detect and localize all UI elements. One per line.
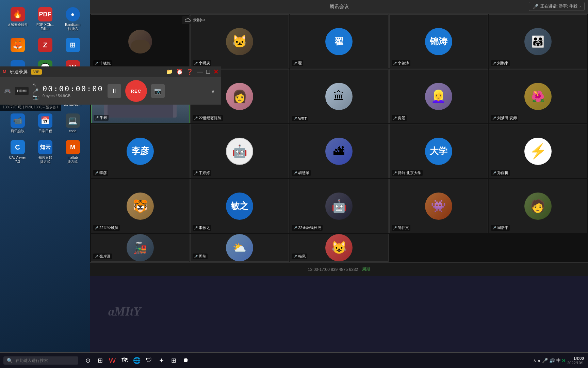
taskbar-icon-circle[interactable]: ⊙ (82, 354, 94, 367)
participant-name-p17: 🎤 李敏之 (193, 225, 211, 231)
taskbar-matlab-icon[interactable]: ✦ (155, 354, 167, 367)
participant-name-p19: 🎤 邹仲文 (392, 225, 410, 231)
icon-label-bandicam: Bandicam-快捷方 (65, 23, 80, 31)
taskbar-grid-icon[interactable]: ⊞ (167, 354, 180, 367)
meeting-titlebar: 腾讯会议 🎤 正在讲话: 游宇; 牛毅 › (90, 0, 588, 14)
search-input[interactable] (15, 358, 70, 363)
taskbar-search-area[interactable]: 🔍 (3, 356, 78, 365)
cloud-icon (185, 18, 191, 23)
participant-cell-p4: 锦涛 🎤 李锦涛 (389, 14, 488, 68)
tray-mic-icon[interactable]: 🎤 (542, 358, 548, 363)
participant-name-p8: 🎤 WRT (292, 116, 308, 121)
cursor-icon[interactable]: ↖ (33, 82, 38, 88)
screenshot-button[interactable]: 📷 (151, 84, 165, 98)
desktop-icon-zotero[interactable]: Z (33, 36, 58, 56)
participant-cell-p21: 🚂 🎤 张岸洲 (91, 234, 190, 262)
desktop-icon-matlab[interactable]: M matlab捷方式 (60, 138, 85, 166)
participant-name-p18: 🎤 22金融钱长照 (292, 225, 322, 231)
participant-cell-p1: 🎤 十晓伦 (91, 14, 190, 68)
hdmi-label: HDMI (17, 89, 27, 93)
tray-circle-icon[interactable]: ● (538, 358, 540, 363)
bandicam-controls: 🎮 HDMI ↖ 🎤 📷 00:00:00:00 0 bytes / 54.9G… (0, 77, 221, 105)
taskbar-right: ∧ ● 🎤 🔊 中 S 14:00 2022/10/1 (533, 356, 588, 365)
size-text: 0 bytes / 54.9GB (43, 94, 70, 98)
mic-muted-p18: 🎤 (293, 226, 297, 230)
tray-ime2-icon[interactable]: S (562, 358, 565, 363)
taskbar-map-icon[interactable]: 🗺 (118, 354, 131, 367)
mic-muted-p12: 🎤 (194, 171, 198, 175)
mic-on-p3: 🎤 (293, 62, 297, 65)
rec-button[interactable]: REC (125, 80, 147, 102)
avatar-p4: 锦涛 (425, 28, 452, 55)
icon-label-schedule: 日常日程 (38, 129, 52, 133)
mic-muted-p20: 🎤 (492, 226, 496, 230)
tray-expand-icon[interactable]: ∧ (533, 358, 536, 363)
participant-cell-p22: ⛅ 🎤 周莹 (190, 234, 289, 262)
minimize-icon[interactable]: — (197, 68, 203, 75)
clock-icon[interactable]: ⏰ (176, 68, 183, 75)
participant-name-p5: 🎤 刘鹏宇 (491, 60, 510, 66)
desktop-icon-schedule[interactable]: 📅 日常日程 (33, 111, 58, 135)
gamepad-icon[interactable]: 🎮 (4, 88, 11, 94)
participant-name-p21: 🎤 张岸洲 (93, 254, 112, 259)
participant-cell-p18: 🤖 🎤 22金融钱长照 (290, 179, 388, 233)
meeting-bottom-bar: 13:00-17:00 839 4875 6332 周期 (90, 262, 588, 276)
icon-label-pdf: PDF-XCh...Editor (36, 23, 54, 31)
participant-cell-p9: 👱‍♀️ 🎤 房景 (389, 69, 488, 123)
participant-name-p14: 🎤 郭剑 北京大学 (392, 170, 423, 176)
taskbar-rec-icon[interactable]: ⏺ (180, 354, 192, 367)
meeting-time-info: 13:00-17:00 839 4875 6332 周期 (308, 266, 370, 272)
mic-off-p17: 🎤 (194, 226, 198, 230)
participant-name-p20: 🎤 周浩平 (491, 225, 510, 231)
desktop-icon-cajviewer[interactable]: C CAJViewer7.3 (5, 138, 30, 166)
webcam-icon[interactable]: 📷 (33, 94, 38, 100)
desktop-icon-fire-safety[interactable]: 🔥 火绒安全软件 (5, 5, 30, 33)
search-icon: 🔍 (7, 358, 13, 363)
desktop-icon-firefox[interactable]: 🦊 (5, 36, 30, 56)
speaking-indicator: 🎤 正在讲话: 游宇; 牛毅 › (529, 2, 585, 11)
mic-icon[interactable]: 🎤 (33, 88, 38, 94)
desktop-icon-code[interactable]: 💻 code (60, 111, 85, 135)
clock-date: 2022/10/1 (567, 361, 584, 365)
meeting-grid: 🎤 十晓伦 🐱 🎤 李明庚 翟 🎤 翟 锦涛 � (90, 14, 588, 262)
participant-name-p4: 🎤 李锦涛 (392, 60, 410, 66)
icon-label-tencent-meeting: 腾讯会议 (11, 129, 24, 133)
participant-cell-p5: 👨‍👩‍👧 🎤 刘鹏宇 (489, 14, 587, 68)
participant-cell-p13: 🏙 🎤 胡慧翠 (290, 124, 388, 178)
desktop-icon-tencent-meeting[interactable]: 📹 腾讯会议 (5, 111, 30, 135)
pause-button[interactable]: ⏸ (108, 84, 121, 98)
desktop-icon-grid[interactable]: ⊞ (60, 36, 85, 56)
meeting-schedule: 13:00-17:00 839 4875 6332 (308, 267, 358, 272)
mic-muted-p10: 🎤 (492, 117, 496, 120)
tray-volume-icon[interactable]: 🔊 (549, 358, 555, 363)
mic-muted-icon: 🎤 (533, 4, 538, 9)
chevron-right-icon: › (579, 4, 581, 9)
rec-status: 录制中 (182, 16, 208, 24)
participant-name-p13: 🎤 胡慧翠 (292, 170, 311, 176)
participant-cell-p23: 😺 🎤 梅见 (290, 234, 388, 262)
speaking-label: 正在讲话: 游宇; 牛毅 (540, 3, 577, 9)
close-icon[interactable]: ✕ (213, 68, 218, 76)
taskbar-chrome-icon[interactable]: 🌐 (131, 354, 143, 367)
desktop-icon-pdf[interactable]: PDF PDF-XCh...Editor (33, 5, 58, 33)
icon-label-fire-safety: 火绒安全软件 (7, 23, 28, 27)
desktop-icon-zhihu[interactable]: 知云 知云文献捷方式 (33, 138, 58, 166)
participant-name-p22: 🎤 周莹 (193, 254, 208, 259)
desktop-icon-bandicam[interactable]: ● Bandicam-快捷方 (60, 5, 85, 33)
vip-badge: VIP (31, 69, 42, 75)
participant-cell-p12: 🤖 🎤 丁婷婷 (190, 124, 289, 178)
taskbar-icon-taskview[interactable]: ⊞ (94, 354, 106, 367)
folder-icon[interactable]: 📁 (166, 68, 173, 75)
mic-muted-p15: 🎤 (492, 171, 496, 175)
mic-on-p16: 🎤 (95, 226, 98, 230)
participant-name-p2: 🎤 李明庚 (193, 60, 211, 66)
taskbar-wps-icon[interactable]: W (106, 354, 118, 367)
taskbar-shield-icon[interactable]: 🛡 (143, 354, 155, 367)
tray-ime-label[interactable]: 中 (556, 357, 561, 364)
expand-button[interactable]: ∨ (209, 87, 217, 95)
participant-name-p9: 🎤 房景 (392, 115, 407, 121)
maximize-icon[interactable]: □ (206, 68, 210, 75)
clock-area[interactable]: 14:00 2022/10/1 (567, 356, 584, 365)
question-icon[interactable]: ❓ (186, 68, 193, 75)
bandicam-left-icons: 🎮 (4, 88, 11, 94)
